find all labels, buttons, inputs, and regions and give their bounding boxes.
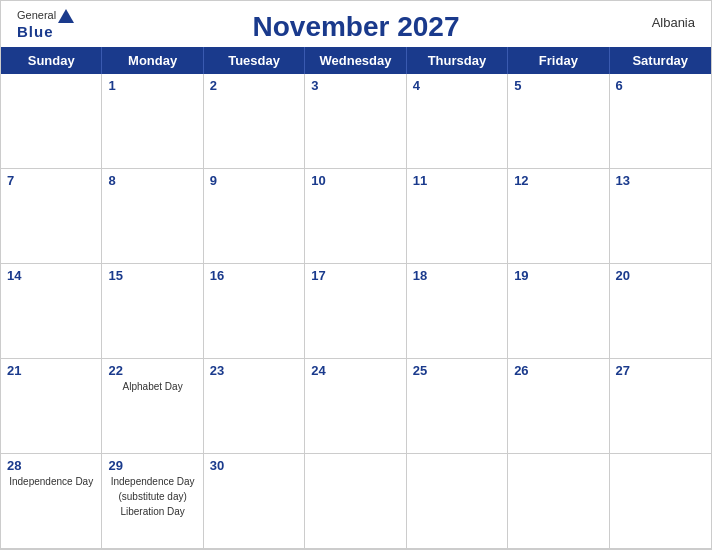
cell-date: 17 xyxy=(311,268,399,283)
day-headers-row: Sunday Monday Tuesday Wednesday Thursday… xyxy=(1,47,711,74)
cell-date: 30 xyxy=(210,458,298,473)
calendar-container: General Blue November 2027 Albania Sunda… xyxy=(0,0,712,550)
calendar-cell: 28Independence Day xyxy=(1,454,102,549)
calendar-cell xyxy=(407,454,508,549)
calendar-cell: 21 xyxy=(1,359,102,454)
cell-event: (substitute day) xyxy=(108,490,196,503)
cell-event: Independence Day xyxy=(108,475,196,488)
cell-date: 16 xyxy=(210,268,298,283)
cell-event: Independence Day xyxy=(7,475,95,488)
cell-date: 11 xyxy=(413,173,501,188)
calendar-cell xyxy=(305,454,406,549)
cell-date: 21 xyxy=(7,363,95,378)
calendar-cell: 4 xyxy=(407,74,508,169)
logo-general-text: General xyxy=(17,9,56,22)
calendar-cell: 8 xyxy=(102,169,203,264)
cell-event: Liberation Day xyxy=(108,505,196,518)
calendar-cell: 14 xyxy=(1,264,102,359)
calendar-cell: 17 xyxy=(305,264,406,359)
calendar-cell: 9 xyxy=(204,169,305,264)
cell-date: 10 xyxy=(311,173,399,188)
day-header-wednesday: Wednesday xyxy=(305,47,406,74)
calendar-cell: 27 xyxy=(610,359,711,454)
cell-date: 28 xyxy=(7,458,95,473)
cell-date: 13 xyxy=(616,173,705,188)
calendar-cell: 18 xyxy=(407,264,508,359)
day-header-sunday: Sunday xyxy=(1,47,102,74)
calendar-cell xyxy=(610,454,711,549)
day-header-monday: Monday xyxy=(102,47,203,74)
calendar-cell: 7 xyxy=(1,169,102,264)
calendar-cell: 20 xyxy=(610,264,711,359)
calendar-cell: 1 xyxy=(102,74,203,169)
calendar-cell: 23 xyxy=(204,359,305,454)
logo: General Blue xyxy=(17,9,74,41)
calendar-cell: 22Alphabet Day xyxy=(102,359,203,454)
day-header-saturday: Saturday xyxy=(610,47,711,74)
calendar-cell: 29Independence Day(substitute day)Libera… xyxy=(102,454,203,549)
calendar-cell: 10 xyxy=(305,169,406,264)
cell-date: 29 xyxy=(108,458,196,473)
logo-triangle-icon xyxy=(58,9,74,23)
calendar-cell: 6 xyxy=(610,74,711,169)
cell-event: Alphabet Day xyxy=(108,380,196,393)
calendar-cell xyxy=(508,454,609,549)
cell-date: 27 xyxy=(616,363,705,378)
cell-date: 12 xyxy=(514,173,602,188)
calendar-cell xyxy=(1,74,102,169)
calendar-cell: 11 xyxy=(407,169,508,264)
day-header-friday: Friday xyxy=(508,47,609,74)
cell-date: 5 xyxy=(514,78,602,93)
calendar-cell: 19 xyxy=(508,264,609,359)
cell-date: 6 xyxy=(616,78,705,93)
calendar-cell: 24 xyxy=(305,359,406,454)
cell-date: 14 xyxy=(7,268,95,283)
calendar-cell: 25 xyxy=(407,359,508,454)
calendar-cell: 16 xyxy=(204,264,305,359)
cell-date: 15 xyxy=(108,268,196,283)
cell-date: 19 xyxy=(514,268,602,283)
cell-date: 24 xyxy=(311,363,399,378)
cell-date: 7 xyxy=(7,173,95,188)
calendar-cell: 13 xyxy=(610,169,711,264)
cell-date: 18 xyxy=(413,268,501,283)
cell-date: 1 xyxy=(108,78,196,93)
logo-blue-text: Blue xyxy=(17,23,74,41)
day-header-tuesday: Tuesday xyxy=(204,47,305,74)
cell-date: 3 xyxy=(311,78,399,93)
calendar-cell: 12 xyxy=(508,169,609,264)
cell-date: 2 xyxy=(210,78,298,93)
calendar-title: November 2027 xyxy=(252,11,459,43)
calendar-header: General Blue November 2027 Albania xyxy=(1,1,711,47)
calendar-grid: 12345678910111213141516171819202122Alpha… xyxy=(1,74,711,549)
calendar-cell: 2 xyxy=(204,74,305,169)
country-label: Albania xyxy=(652,15,695,30)
cell-date: 26 xyxy=(514,363,602,378)
cell-date: 23 xyxy=(210,363,298,378)
cell-date: 4 xyxy=(413,78,501,93)
cell-date: 22 xyxy=(108,363,196,378)
calendar-cell: 26 xyxy=(508,359,609,454)
calendar-cell: 15 xyxy=(102,264,203,359)
calendar-cell: 30 xyxy=(204,454,305,549)
cell-date: 20 xyxy=(616,268,705,283)
calendar-cell: 3 xyxy=(305,74,406,169)
cell-date: 25 xyxy=(413,363,501,378)
day-header-thursday: Thursday xyxy=(407,47,508,74)
calendar-cell: 5 xyxy=(508,74,609,169)
cell-date: 8 xyxy=(108,173,196,188)
cell-date: 9 xyxy=(210,173,298,188)
